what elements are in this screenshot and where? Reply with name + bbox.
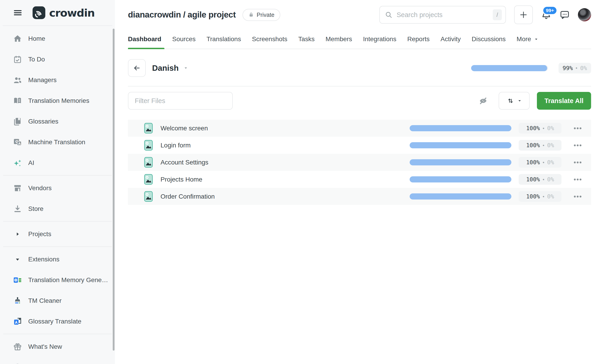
file-progress-fill bbox=[410, 125, 511, 131]
file-progress-label: 100% • 0% bbox=[519, 191, 561, 202]
file-row: Login form 100% • 0% bbox=[128, 137, 591, 154]
file-progress-fill bbox=[410, 193, 511, 200]
sidebar-item-machine-translation[interactable]: GA Machine Translation bbox=[0, 132, 115, 152]
tab-tasks[interactable]: Tasks bbox=[293, 30, 320, 49]
sidebar-item-glossaries[interactable]: Glossaries bbox=[0, 111, 115, 132]
file-menu-button[interactable] bbox=[573, 144, 582, 147]
hamburger-menu-button[interactable] bbox=[12, 7, 24, 19]
sidebar-item-help-support[interactable]: ? Help & Support bbox=[0, 357, 115, 364]
screenshot-file-icon bbox=[144, 174, 153, 185]
gift-icon bbox=[13, 342, 22, 351]
file-name[interactable]: Projects Home bbox=[160, 176, 202, 183]
screenshot-file-icon bbox=[144, 123, 153, 134]
language-name: Danish bbox=[152, 64, 179, 72]
file-menu-button[interactable] bbox=[573, 178, 582, 181]
sort-arrows-icon bbox=[507, 97, 514, 105]
crowdin-logo[interactable]: crowdin bbox=[32, 6, 94, 19]
screenshot-file-icon bbox=[144, 191, 153, 202]
file-name[interactable]: Welcome screen bbox=[160, 125, 208, 132]
content-divider bbox=[128, 86, 591, 86]
tab-sources[interactable]: Sources bbox=[167, 30, 201, 49]
svg-text:A: A bbox=[18, 142, 21, 145]
chevron-down-icon bbox=[518, 99, 522, 103]
sidebar-divider bbox=[3, 334, 112, 334]
ellipsis-icon bbox=[573, 195, 582, 198]
file-progress bbox=[410, 193, 511, 200]
tab-more[interactable]: More bbox=[511, 30, 544, 49]
user-avatar[interactable] bbox=[578, 8, 591, 21]
file-progress-label: 100% • 0% bbox=[519, 123, 561, 134]
caret-right-icon bbox=[13, 231, 22, 237]
lock-icon bbox=[248, 12, 254, 18]
sidebar-item-managers[interactable]: Managers bbox=[0, 70, 115, 90]
ellipsis-icon bbox=[573, 161, 582, 163]
page-title: dianacrowdin / agile project bbox=[128, 10, 236, 20]
tab-discussions[interactable]: Discussions bbox=[466, 30, 511, 49]
file-progress-label: 100% • 0% bbox=[519, 157, 561, 168]
ellipsis-icon bbox=[573, 144, 582, 147]
create-project-button[interactable] bbox=[514, 6, 533, 24]
sidebar-item-store[interactable]: Store bbox=[0, 198, 115, 219]
sidebar-item-ai[interactable]: AI bbox=[0, 152, 115, 173]
file-progress bbox=[410, 142, 511, 148]
sidebar-item-translation-memory-generator[interactable]: Translation Memory Gene… bbox=[0, 270, 115, 290]
sidebar-nav: Home To Do Managers Translation Memories… bbox=[0, 26, 115, 364]
tab-integrations[interactable]: Integrations bbox=[358, 30, 402, 49]
tab-screenshots[interactable]: Screenshots bbox=[246, 30, 293, 49]
chevron-down-icon bbox=[534, 37, 539, 41]
file-progress-label: 100% • 0% bbox=[519, 140, 561, 151]
sidebar-item-translation-memories[interactable]: Translation Memories bbox=[0, 90, 115, 111]
glossary-book-icon bbox=[13, 117, 22, 126]
tab-translations[interactable]: Translations bbox=[201, 30, 246, 49]
sidebar-scrollbar[interactable] bbox=[113, 29, 114, 351]
crowdin-wordmark: crowdin bbox=[49, 6, 94, 19]
sidebar-item-todo[interactable]: To Do bbox=[0, 49, 115, 70]
sidebar-item-whats-new[interactable]: What's New bbox=[0, 336, 115, 357]
sidebar-item-projects[interactable]: Projects bbox=[0, 224, 115, 244]
file-name[interactable]: Login form bbox=[160, 142, 191, 149]
chat-icon bbox=[560, 10, 570, 20]
file-progress bbox=[410, 125, 511, 131]
privacy-badge: Private bbox=[242, 9, 280, 21]
search-input[interactable] bbox=[396, 11, 493, 19]
notifications-button[interactable]: 99+ bbox=[541, 10, 552, 20]
file-menu-button[interactable] bbox=[573, 127, 582, 130]
caret-down-icon bbox=[13, 256, 22, 262]
plus-icon bbox=[519, 10, 528, 19]
storefront-icon bbox=[13, 184, 22, 193]
tab-dashboard[interactable]: Dashboard bbox=[128, 30, 167, 49]
glossary-translate-icon bbox=[13, 317, 22, 326]
language-selector[interactable]: Danish bbox=[152, 64, 188, 72]
file-name[interactable]: Account Settings bbox=[160, 159, 208, 166]
sidebar-divider bbox=[3, 175, 112, 176]
file-progress-label: 100% • 0% bbox=[519, 174, 561, 185]
sort-button[interactable] bbox=[499, 92, 530, 110]
sidebar-item-glossary-translate[interactable]: Glossary Translate bbox=[0, 311, 115, 332]
screenshot-file-icon bbox=[144, 140, 153, 151]
ai-sparkles-icon bbox=[13, 158, 22, 168]
search-icon bbox=[385, 11, 392, 19]
back-button[interactable] bbox=[128, 59, 146, 77]
hide-completed-toggle[interactable] bbox=[478, 96, 488, 106]
eye-off-icon bbox=[478, 96, 488, 106]
download-icon bbox=[13, 204, 22, 213]
sidebar-divider bbox=[3, 246, 112, 247]
file-menu-button[interactable] bbox=[573, 195, 582, 198]
sidebar-item-tm-cleaner[interactable]: TM Cleaner bbox=[0, 290, 115, 311]
messages-button[interactable] bbox=[560, 10, 570, 20]
sidebar-item-vendors[interactable]: Vendors bbox=[0, 178, 115, 198]
sidebar-item-home[interactable]: Home bbox=[0, 28, 115, 49]
file-menu-button[interactable] bbox=[573, 161, 582, 163]
file-progress bbox=[410, 176, 511, 182]
file-toolbar: Translate All bbox=[128, 92, 591, 110]
screenshot-file-icon bbox=[144, 157, 153, 168]
file-name[interactable]: Order Confirmation bbox=[160, 193, 215, 200]
tab-members[interactable]: Members bbox=[320, 30, 358, 49]
tab-activity[interactable]: Activity bbox=[435, 30, 466, 49]
sidebar-item-extensions[interactable]: Extensions bbox=[0, 249, 115, 270]
machine-translation-icon: GA bbox=[13, 138, 22, 147]
filter-files-input[interactable] bbox=[128, 92, 233, 110]
tab-reports[interactable]: Reports bbox=[402, 30, 435, 49]
language-progress: 99% • 0% bbox=[471, 63, 591, 73]
translate-all-button[interactable]: Translate All bbox=[537, 92, 591, 110]
